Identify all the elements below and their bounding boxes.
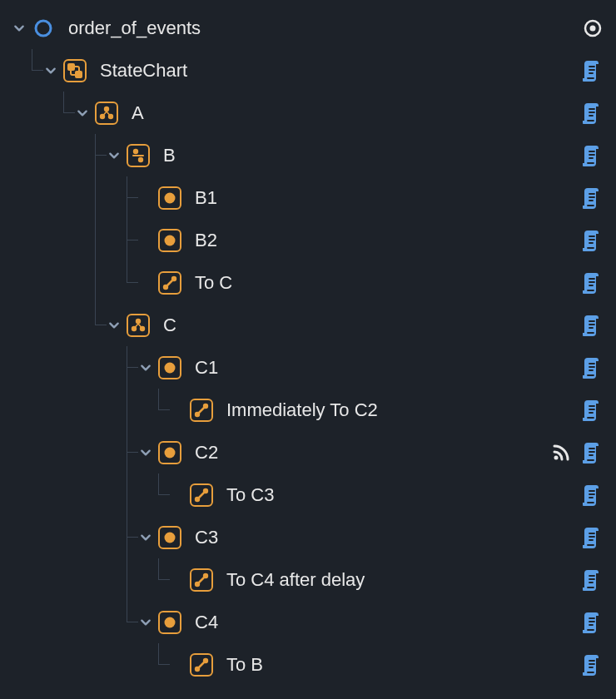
tree-row-toc3[interactable]: To C3 xyxy=(7,473,609,516)
node-label: C1 xyxy=(195,357,218,379)
node-label: To C xyxy=(195,272,232,294)
svg-point-15 xyxy=(136,318,141,323)
tree-row-tob[interactable]: To B xyxy=(7,643,609,686)
tree-row-toc[interactable]: To C xyxy=(7,261,609,304)
node-label: B xyxy=(163,145,176,166)
expand-chevron-icon[interactable] xyxy=(138,445,153,460)
svg-point-21 xyxy=(165,447,176,458)
svg-point-28 xyxy=(165,617,176,627)
atomic-icon xyxy=(158,611,181,634)
script-icon[interactable] xyxy=(583,102,603,125)
node-label: To B xyxy=(226,654,263,676)
script-icon[interactable] xyxy=(583,186,603,210)
tree-row-b2[interactable]: B2 xyxy=(7,219,609,261)
expand-chevron-icon[interactable] xyxy=(107,148,122,163)
parallel-icon xyxy=(95,102,118,125)
script-icon[interactable] xyxy=(583,59,603,82)
atomic-icon xyxy=(158,356,181,379)
svg-point-12 xyxy=(165,235,176,245)
tree-row-statechart[interactable]: StateChart xyxy=(7,49,609,92)
tree-row-c[interactable]: C xyxy=(7,304,609,346)
expand-chevron-icon[interactable] xyxy=(43,63,58,78)
tree-row-c4[interactable]: C4 xyxy=(7,601,609,643)
script-icon[interactable] xyxy=(583,271,603,295)
svg-point-11 xyxy=(165,192,176,203)
script-icon[interactable] xyxy=(583,441,603,464)
expand-chevron-icon[interactable] xyxy=(138,360,153,375)
script-icon[interactable] xyxy=(583,653,603,677)
svg-rect-3 xyxy=(67,63,75,71)
node-label: A xyxy=(132,102,144,124)
visibility-icon[interactable] xyxy=(583,18,603,38)
script-icon[interactable] xyxy=(583,314,603,337)
atomic-icon xyxy=(158,229,181,252)
node-label: order_of_events xyxy=(68,17,201,39)
tree-row-imm[interactable]: Immediately To C2 xyxy=(7,389,609,431)
svg-point-0 xyxy=(36,21,51,36)
svg-point-2 xyxy=(590,25,596,31)
tree-row-b1[interactable]: B1 xyxy=(7,176,609,219)
node-label: Immediately To C2 xyxy=(226,399,378,421)
svg-rect-4 xyxy=(75,71,82,78)
parallel-icon xyxy=(127,314,150,337)
node-label: To C3 xyxy=(226,484,274,506)
script-icon[interactable] xyxy=(583,399,603,422)
tree-row-toc4[interactable]: To C4 after delay xyxy=(7,558,609,601)
node-label: C4 xyxy=(195,612,218,633)
node-label: B1 xyxy=(195,187,217,209)
node-label: StateChart xyxy=(100,60,187,82)
expand-chevron-icon[interactable] xyxy=(138,530,153,545)
svg-point-9 xyxy=(133,148,138,153)
script-icon[interactable] xyxy=(583,483,603,507)
script-icon[interactable] xyxy=(583,356,603,379)
atomic-icon xyxy=(158,186,181,210)
transition-icon xyxy=(190,653,213,677)
node-label: B2 xyxy=(195,230,217,251)
node-ring-icon xyxy=(32,18,55,38)
signal-icon[interactable] xyxy=(551,443,571,463)
svg-point-22 xyxy=(554,455,559,459)
svg-rect-8 xyxy=(132,155,144,156)
script-icon[interactable] xyxy=(583,568,603,592)
tree-row-root[interactable]: order_of_events xyxy=(7,7,609,49)
transition-icon xyxy=(158,271,181,295)
node-label: C xyxy=(163,315,176,336)
tree-row-c1[interactable]: C1 xyxy=(7,346,609,389)
tree-row-b[interactable]: B xyxy=(7,134,609,176)
tree-row-c3[interactable]: C3 xyxy=(7,516,609,558)
transition-icon xyxy=(190,483,213,507)
expand-chevron-icon[interactable] xyxy=(75,106,90,121)
node-label: C3 xyxy=(195,527,218,548)
atomic-icon xyxy=(158,526,181,549)
transition-icon xyxy=(190,399,213,422)
expand-chevron-icon[interactable] xyxy=(138,615,153,630)
node-label: C2 xyxy=(195,442,218,464)
node-label: To C4 after delay xyxy=(226,569,365,591)
svg-point-18 xyxy=(165,362,176,373)
script-icon[interactable] xyxy=(583,229,603,252)
expand-chevron-icon[interactable] xyxy=(107,318,122,333)
expand-chevron-icon[interactable] xyxy=(12,21,27,36)
script-icon[interactable] xyxy=(583,144,603,167)
script-icon[interactable] xyxy=(583,526,603,549)
svg-point-25 xyxy=(165,532,176,543)
compound-split-icon xyxy=(127,144,150,167)
tree-row-a[interactable]: A xyxy=(7,92,609,134)
statechart-icon xyxy=(63,59,87,82)
script-icon[interactable] xyxy=(583,611,603,634)
tree-row-c2[interactable]: C2 xyxy=(7,431,609,473)
svg-point-5 xyxy=(104,106,109,111)
transition-icon xyxy=(190,568,213,592)
svg-point-10 xyxy=(138,156,143,161)
atomic-icon xyxy=(158,441,181,464)
scene-tree: order_of_eventsStateChartABB1B2To CCC1Im… xyxy=(0,0,616,692)
